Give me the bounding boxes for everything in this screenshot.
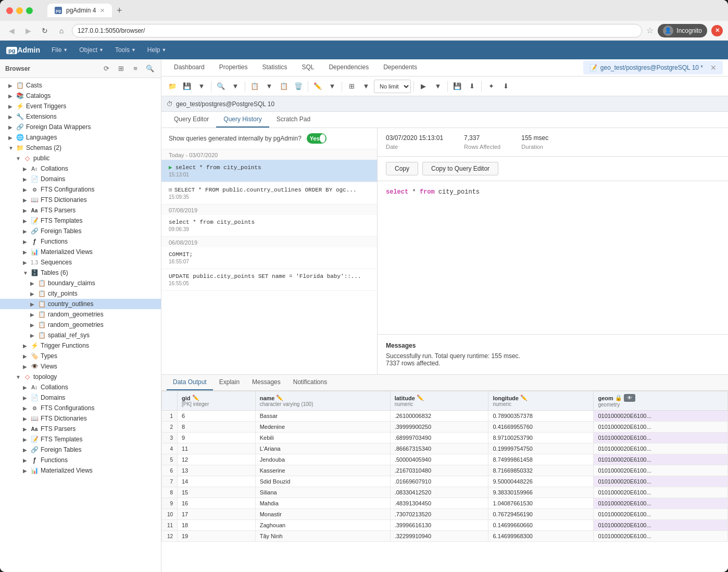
edit-icon-lon[interactable]: ✏️ — [520, 395, 528, 401]
filter-dropdown-btn[interactable]: ▼ — [229, 80, 242, 93]
sidebar-item-functions[interactable]: ▶ ƒ Functions — [0, 236, 161, 247]
tab-sql[interactable]: SQL — [294, 59, 321, 76]
close-window-btn[interactable] — [6, 7, 13, 14]
sidebar-item-sequences[interactable]: ▶ 1.3 Sequences — [0, 257, 161, 268]
home-button[interactable]: ⌂ — [55, 24, 68, 37]
sidebar-item-types[interactable]: ▶ 🏷️ Types — [0, 351, 161, 361]
sidebar-item-topo-mat-views[interactable]: ▶ 📊 Materialized Views — [0, 465, 161, 476]
sidebar-item-topo-functions[interactable]: ▶ ƒ Functions — [0, 455, 161, 465]
menu-tools[interactable]: Tools ▼ — [110, 44, 141, 56]
tab-explain[interactable]: Explain — [213, 375, 246, 390]
sidebar-item-event-triggers[interactable]: ▶ ⚡ Event Triggers — [0, 101, 161, 111]
sidebar-item-city-points[interactable]: ▶ 📋 city_points — [0, 288, 161, 299]
paste-btn[interactable]: 📋 — [277, 80, 291, 93]
minimize-window-btn[interactable] — [16, 7, 23, 14]
sidebar-item-foreign-tables[interactable]: ▶ 🔗 Foreign Tables — [0, 226, 161, 236]
sidebar-item-spatial-ref-sys[interactable]: ▶ 📋 spatial_ref_sys — [0, 330, 161, 340]
menu-object[interactable]: Object ▼ — [74, 44, 109, 56]
sidebar-item-random-geometries-2[interactable]: ▶ 📋 random_geometries — [0, 320, 161, 330]
sidebar-item-casts[interactable]: ▶ 📋 Casts — [0, 80, 161, 91]
tab-dependencies[interactable]: Dependencies — [321, 59, 376, 76]
limit-dropdown[interactable]: No limit 100 500 1000 — [374, 80, 411, 93]
active-tab-indicator[interactable]: 📝 geo_test/postgres@PostgreSQL 10 * ✕ — [583, 61, 723, 74]
save-data-btn[interactable]: 💾 — [450, 80, 464, 93]
copy-button[interactable]: Copy — [386, 162, 418, 175]
save-dropdown-btn[interactable]: ▼ — [195, 80, 208, 93]
sidebar-item-fts-config[interactable]: ▶ ⚙ FTS Configurations — [0, 184, 161, 195]
sidebar-item-collations[interactable]: ▶ A↕ Collations — [0, 163, 161, 174]
tab-query-history[interactable]: Query History — [216, 112, 269, 128]
sidebar-item-boundary-claims[interactable]: ▶ 📋 boundary_claims — [0, 278, 161, 288]
close-active-tab-btn[interactable]: ✕ — [710, 63, 717, 72]
edit-icon-name[interactable]: ✏️ — [276, 395, 283, 401]
bookmark-icon[interactable]: ☆ — [646, 26, 654, 35]
sidebar-item-languages[interactable]: ▶ 🌐 Languages — [0, 132, 161, 143]
back-button[interactable]: ◀ — [5, 24, 18, 37]
sidebar-refresh-btn[interactable]: ⟳ — [101, 63, 112, 74]
sidebar-item-catalogs[interactable]: ▶ 📚 Catalogs — [0, 91, 161, 101]
filter-btn[interactable]: 🔍 — [214, 80, 228, 93]
sidebar-item-fts-dict[interactable]: ▶ 📖 FTS Dictionaries — [0, 195, 161, 205]
run-btn[interactable]: ▶ — [417, 80, 430, 93]
sidebar-item-trigger-functions[interactable]: ▶ ⚡ Trigger Functions — [0, 340, 161, 351]
tab-close-btn[interactable]: ✕ — [100, 7, 105, 14]
sidebar-item-tables[interactable]: ▼ 🗄️ Tables (6) — [0, 268, 161, 278]
sidebar-item-topology-schema[interactable]: ▼ ◇ topology — [0, 372, 161, 382]
run-dropdown-btn[interactable]: ▼ — [431, 80, 445, 93]
history-item-5[interactable]: UPDATE public.city_points SET name = 'Fl… — [161, 269, 377, 291]
delete-row-btn[interactable]: 🗑️ — [292, 80, 305, 93]
edit-btn[interactable]: ✏️ — [311, 80, 324, 93]
sidebar-item-foreign-data-wrappers[interactable]: ▶ 🔗 Foreign Data Wrappers — [0, 122, 161, 132]
format-btn[interactable]: ✦ — [484, 80, 498, 93]
new-tab-button[interactable]: + — [112, 3, 127, 18]
history-item-1[interactable]: ▶select * from city_points 15:13:01 — [161, 160, 377, 182]
edit-icon-lat[interactable]: ✏️ — [417, 395, 424, 401]
sidebar-item-topo-collations[interactable]: ▶ A↕ Collations — [0, 382, 161, 392]
menu-help[interactable]: Help ▼ — [142, 44, 172, 56]
tab-scratch-pad[interactable]: Scratch Pad — [269, 112, 318, 128]
tab-properties[interactable]: Properties — [212, 59, 255, 76]
sidebar-item-topo-fts-templates[interactable]: ▶ 📝 FTS Templates — [0, 434, 161, 444]
tab-dashboard[interactable]: Dashboard — [167, 59, 212, 76]
sidebar-grid-btn[interactable]: ⊞ — [115, 63, 127, 74]
eye-button-geom[interactable]: 👁 — [624, 394, 635, 402]
filter-rows-dropdown-btn[interactable]: ▼ — [359, 80, 373, 93]
save-btn[interactable]: 💾 — [180, 80, 194, 93]
download-btn[interactable]: ⬇ — [465, 80, 479, 93]
sidebar-item-country-outlines[interactable]: ▶ 📋 country_outlines — [0, 299, 161, 309]
tab-notifications[interactable]: Notifications — [287, 375, 333, 390]
tab-dependents[interactable]: Dependents — [376, 59, 424, 76]
tab-messages[interactable]: Messages — [246, 375, 287, 390]
active-browser-tab[interactable]: pg pgAdmin 4 ✕ — [47, 4, 112, 17]
download-csv-btn[interactable]: ⬇ — [499, 80, 512, 93]
sidebar-search-btn[interactable]: 🔍 — [144, 63, 156, 74]
reload-button[interactable]: ↻ — [39, 24, 51, 37]
sidebar-item-topo-domains[interactable]: ▶ 📄 Domains — [0, 392, 161, 403]
tab-query-editor[interactable]: Query Editor — [167, 112, 216, 128]
copy-btn[interactable]: 📋 — [248, 80, 261, 93]
extension-button[interactable]: ✕ — [711, 25, 723, 36]
history-item-4[interactable]: COMMIT; 16:55:07 — [161, 247, 377, 269]
tab-data-output[interactable]: Data Output — [167, 375, 213, 390]
sidebar-item-topo-foreign-tables[interactable]: ▶ 🔗 Foreign Tables — [0, 444, 161, 455]
url-input[interactable] — [72, 24, 642, 37]
sidebar-list-btn[interactable]: ≡ — [130, 63, 141, 74]
sidebar-item-fts-templates[interactable]: ▶ 📝 FTS Templates — [0, 215, 161, 226]
sidebar-item-topo-fts-parsers[interactable]: ▶ Aa FTS Parsers — [0, 424, 161, 434]
history-item-3[interactable]: select * from city_points 09:06:39 — [161, 215, 377, 237]
sidebar-item-fts-parsers[interactable]: ▶ Aa FTS Parsers — [0, 205, 161, 215]
open-file-btn[interactable]: 📁 — [166, 80, 179, 93]
edit-dropdown-btn[interactable]: ▼ — [325, 80, 339, 93]
filter-rows-btn[interactable]: ⊞ — [345, 80, 358, 93]
menu-file[interactable]: File ▼ — [46, 44, 73, 56]
edit-icon-gid[interactable]: ✏️ — [192, 395, 199, 401]
sidebar-item-public-schema[interactable]: ▼ ◇ public — [0, 153, 161, 163]
sidebar-item-schemas[interactable]: ▼ 📁 Schemas (2) — [0, 143, 161, 153]
copy-to-query-editor-button[interactable]: Copy to Query Editor — [422, 162, 498, 175]
toggle-switch[interactable]: Yes — [307, 133, 327, 144]
tab-statistics[interactable]: Statistics — [255, 59, 294, 76]
history-item-2[interactable]: ⊞SELECT * FROM public.country_outlines O… — [161, 182, 377, 205]
sidebar-item-views[interactable]: ▶ 👁️ Views — [0, 361, 161, 372]
sidebar-item-domains[interactable]: ▶ 📄 Domains — [0, 174, 161, 184]
forward-button[interactable]: ▶ — [22, 24, 34, 37]
